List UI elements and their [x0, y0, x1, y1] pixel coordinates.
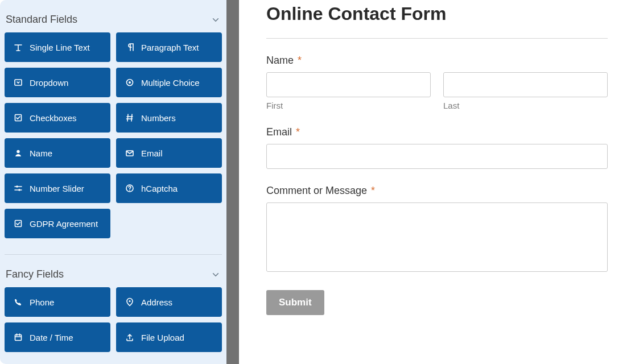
required-mark: *	[371, 185, 375, 196]
hash-icon	[125, 113, 134, 122]
field-btn-single-line-text[interactable]: Single Line Text	[5, 32, 110, 62]
field-btn-phone[interactable]: Phone	[5, 287, 110, 317]
field-btn-paragraph-text[interactable]: Paragraph Text	[116, 32, 222, 62]
message-field-group: Comment or Message *	[266, 185, 608, 274]
field-btn-multiple-choice[interactable]: Multiple Choice	[116, 68, 222, 97]
field-btn-gdpr-agreement[interactable]: GDPR Agreement	[5, 209, 110, 238]
field-btn-label: Dropdown	[30, 78, 68, 88]
email-label: Email *	[266, 126, 608, 138]
submit-button[interactable]: Submit	[266, 290, 324, 315]
standard-fields-header[interactable]: Standard Fields	[5, 10, 222, 32]
email-input[interactable]	[266, 144, 608, 169]
fields-sidebar: Standard Fields Single Line TextParagrap…	[0, 0, 239, 364]
horizontal-rule	[266, 38, 608, 39]
field-btn-label: File Upload	[141, 333, 184, 342]
text-icon	[14, 43, 23, 52]
paragraph-icon	[125, 43, 134, 52]
message-label-text: Comment or Message	[266, 185, 367, 196]
required-mark: *	[298, 55, 302, 66]
field-btn-name[interactable]: Name	[5, 138, 110, 168]
field-btn-label: Phone	[30, 297, 54, 307]
first-name-input[interactable]	[266, 72, 431, 97]
section-divider	[5, 254, 222, 255]
chevron-down-icon	[212, 271, 220, 279]
standard-fields-title: Standard Fields	[6, 14, 77, 26]
field-btn-label: Number Slider	[30, 184, 84, 193]
field-btn-hcaptcha[interactable]: hCaptcha	[116, 173, 222, 203]
fancy-fields-header[interactable]: Fancy Fields	[5, 265, 222, 287]
pin-icon	[125, 297, 134, 307]
upload-icon	[125, 333, 134, 342]
name-field-group: Name * First Last	[266, 55, 608, 110]
field-btn-label: Single Line Text	[30, 43, 90, 52]
user-icon	[14, 148, 23, 158]
field-btn-numbers[interactable]: Numbers	[116, 103, 222, 133]
slider-icon	[14, 184, 23, 193]
field-btn-label: Numbers	[141, 113, 176, 123]
form-preview: Online Contact Form Name * First Last Em…	[239, 0, 635, 364]
calendar-icon	[14, 333, 23, 342]
email-field-group: Email *	[266, 126, 608, 169]
field-btn-label: Email	[141, 148, 163, 158]
fancy-fields-title: Fancy Fields	[6, 268, 64, 280]
field-btn-dropdown[interactable]: Dropdown	[5, 68, 110, 97]
field-btn-checkboxes[interactable]: Checkboxes	[5, 103, 110, 133]
last-sublabel: Last	[443, 101, 608, 110]
name-label-text: Name	[266, 55, 294, 66]
checkbox-icon	[14, 219, 23, 228]
field-btn-label: Name	[30, 148, 52, 158]
standard-fields-grid: Single Line TextParagraph TextDropdownMu…	[5, 32, 222, 252]
field-btn-label: Address	[141, 297, 172, 307]
fancy-fields-grid: PhoneAddressDate / TimeFile Upload	[5, 287, 222, 364]
email-label-text: Email	[266, 126, 292, 138]
field-btn-number-slider[interactable]: Number Slider	[5, 173, 110, 203]
checkbox-icon	[14, 113, 23, 122]
field-btn-email[interactable]: Email	[116, 138, 222, 168]
form-title: Online Contact Form	[266, 3, 608, 24]
question-icon	[125, 184, 134, 193]
field-btn-file-upload[interactable]: File Upload	[116, 322, 222, 352]
dropdown-icon	[14, 78, 23, 87]
field-btn-address[interactable]: Address	[116, 287, 222, 317]
field-btn-label: Date / Time	[30, 333, 73, 342]
last-name-input[interactable]	[443, 72, 608, 97]
chevron-down-icon	[212, 16, 220, 24]
field-btn-label: hCaptcha	[141, 184, 178, 193]
message-textarea[interactable]	[266, 202, 608, 272]
field-btn-label: GDPR Agreement	[30, 219, 98, 229]
field-btn-label: Multiple Choice	[141, 78, 200, 88]
field-btn-date-time[interactable]: Date / Time	[5, 322, 110, 352]
envelope-icon	[125, 148, 134, 158]
message-label: Comment or Message *	[266, 185, 608, 197]
required-mark: *	[296, 126, 300, 138]
phone-icon	[14, 297, 23, 307]
field-btn-label: Paragraph Text	[141, 43, 199, 52]
field-btn-label: Checkboxes	[30, 113, 77, 123]
radio-icon	[125, 78, 134, 87]
name-label: Name *	[266, 55, 608, 67]
first-sublabel: First	[266, 101, 431, 110]
